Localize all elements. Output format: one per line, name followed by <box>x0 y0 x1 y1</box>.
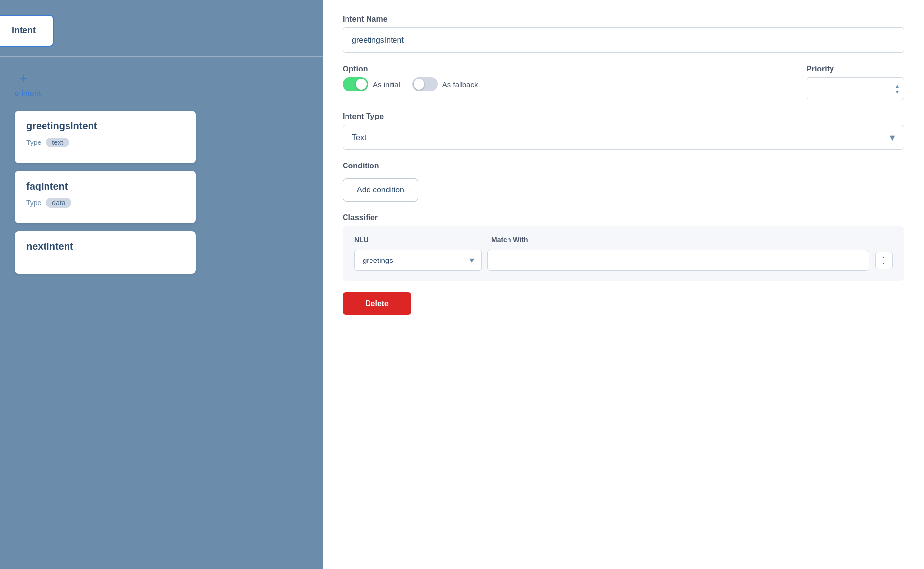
intent-type-section: Intent Type Text Data Event ▼ <box>343 112 904 150</box>
add-intent-label: e Intent <box>15 89 41 98</box>
add-intent-area: + e Intent <box>0 62 323 106</box>
intent-card-faq[interactable]: faqIntent Type data <box>15 171 196 223</box>
classifier-section: Classifier NLU Match With greetings faq … <box>343 213 904 281</box>
meta-type-label: Type <box>26 139 41 146</box>
priority-down-arrow[interactable]: ▼ <box>895 90 900 95</box>
more-options-button[interactable]: ⋮ <box>875 252 893 269</box>
as-initial-label: As initial <box>373 80 400 89</box>
intent-cards-area: greetingsIntent Type text faqIntent Type… <box>0 106 323 559</box>
intent-type-select-wrapper: Text Data Event ▼ <box>343 125 904 150</box>
as-initial-toggle[interactable] <box>343 77 368 91</box>
nlu-column-header: NLU <box>354 236 482 244</box>
priority-input[interactable] <box>807 77 904 100</box>
delete-section: Delete <box>343 292 904 315</box>
as-fallback-toggle[interactable] <box>412 77 438 91</box>
match-with-column-header: Match With <box>491 236 893 244</box>
toggle-knob-on <box>356 79 367 90</box>
intent-name-section: Intent Name <box>343 15 904 53</box>
toggles-row: As initial As fallback <box>343 77 787 91</box>
classifier-label: Classifier <box>343 213 904 222</box>
left-panel: Intent + e Intent greetingsIntent Type t… <box>0 0 323 569</box>
meta-type-badge: text <box>46 138 69 147</box>
intent-card-meta: Type text <box>26 138 184 147</box>
add-intent-icon[interactable]: + <box>15 70 32 87</box>
as-initial-toggle-group: As initial <box>343 77 400 91</box>
top-intent-card[interactable]: Intent <box>0 15 54 47</box>
top-card-title: Intent <box>12 25 36 35</box>
priority-arrows[interactable]: ▲ ▼ <box>895 84 900 95</box>
intent-card-title: faqIntent <box>26 181 184 192</box>
priority-label: Priority <box>807 65 904 73</box>
priority-section: Priority ▲ ▼ <box>807 65 904 100</box>
classifier-headers: NLU Match With <box>354 236 893 244</box>
right-panel: Intent Name Option As initial As <box>323 0 924 569</box>
priority-up-arrow[interactable]: ▲ <box>895 84 900 89</box>
intent-type-label: Intent Type <box>343 112 904 121</box>
meta-type-label: Type <box>26 199 41 207</box>
intent-card-meta: Type data <box>26 198 184 208</box>
divider <box>0 56 323 57</box>
classifier-row: greetings faq next ▼ ⋮ <box>354 250 893 271</box>
intent-type-select[interactable]: Text Data Event <box>343 125 904 150</box>
as-fallback-label: As fallback <box>442 80 478 89</box>
add-condition-button[interactable]: Add condition <box>343 178 418 202</box>
priority-input-wrapper: ▲ ▼ <box>807 77 904 100</box>
condition-section: Condition Add condition <box>343 162 904 202</box>
match-with-input[interactable] <box>487 250 869 271</box>
intent-card-title: greetingsIntent <box>26 120 184 132</box>
option-priority-row: Option As initial As fallback <box>343 65 904 100</box>
intent-card-title: nextIntent <box>26 241 184 252</box>
delete-button[interactable]: Delete <box>343 292 411 315</box>
option-section: Option As initial As fallback <box>343 65 787 91</box>
intent-name-input[interactable] <box>343 27 904 53</box>
nlu-select-wrapper: greetings faq next ▼ <box>354 250 482 271</box>
nlu-select[interactable]: greetings faq next <box>354 250 482 271</box>
intent-name-label: Intent Name <box>343 15 904 24</box>
classifier-box: NLU Match With greetings faq next ▼ ⋮ <box>343 226 904 281</box>
intent-card-greetings[interactable]: greetingsIntent Type text <box>15 111 196 163</box>
as-fallback-toggle-group: As fallback <box>412 77 478 91</box>
toggle-knob-off <box>414 79 424 90</box>
intent-card-next[interactable]: nextIntent <box>15 231 196 274</box>
meta-type-badge: data <box>46 198 71 208</box>
condition-label: Condition <box>343 162 904 170</box>
option-label: Option <box>343 65 787 73</box>
